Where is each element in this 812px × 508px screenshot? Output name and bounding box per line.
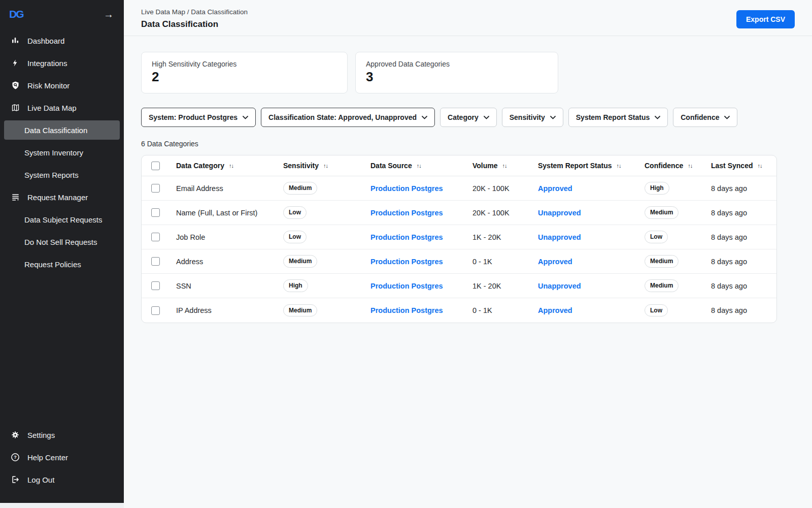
row-checkbox[interactable] xyxy=(151,257,160,266)
sort-icon[interactable]: ↑↓ xyxy=(417,163,421,169)
sort-icon[interactable]: ↑↓ xyxy=(502,163,507,169)
sidebar-item-settings[interactable]: Settings xyxy=(0,424,124,446)
sidebar-item-data-classification[interactable]: Data Classification xyxy=(4,120,120,140)
confidence-badge: Medium xyxy=(645,206,679,218)
report-status-link[interactable]: Approved xyxy=(538,258,572,266)
content-area: High Sensitivity Categories 2 Approved D… xyxy=(124,36,812,323)
cell-volume: 20K - 100K xyxy=(472,184,538,193)
column-header-last-synced: Last Synced ↑↓ xyxy=(711,162,776,170)
sidebar-item-system-reports[interactable]: System Reports xyxy=(0,164,124,186)
data-source-link[interactable]: Production Postgres xyxy=(370,233,443,241)
sidebar-item-label: Live Data Map xyxy=(27,104,77,112)
report-status-link[interactable]: Approved xyxy=(538,306,572,314)
request-list-icon xyxy=(10,193,20,202)
column-header-data-source: Data Source ↑↓ xyxy=(370,162,472,170)
main-content: Live Data Map / Data Classification Data… xyxy=(124,0,812,508)
results-count: 6 Data Categories xyxy=(141,140,795,148)
chevron-down-icon xyxy=(724,116,730,119)
page-title: Data Classification xyxy=(141,19,248,29)
sidebar-item-label: Request Policies xyxy=(24,260,81,269)
table-row: Name (Full, Last or First) Low Productio… xyxy=(142,201,776,225)
sidebar-item-log-out[interactable]: Log Out xyxy=(0,468,124,491)
data-source-link[interactable]: Production Postgres xyxy=(370,184,443,193)
sensitivity-badge: Medium xyxy=(283,182,317,194)
cell-volume: 20K - 100K xyxy=(472,209,538,217)
data-source-link[interactable]: Production Postgres xyxy=(370,306,443,314)
row-checkbox[interactable] xyxy=(151,281,160,290)
sort-icon[interactable]: ↑↓ xyxy=(616,163,621,169)
sidebar-item-dashboard[interactable]: Dashboard xyxy=(0,29,124,52)
sidebar-collapse-icon[interactable]: → xyxy=(104,9,114,19)
column-header-confidence: Confidence ↑↓ xyxy=(645,162,711,170)
svg-text:?: ? xyxy=(14,455,17,460)
data-source-link[interactable]: Production Postgres xyxy=(370,282,443,290)
filter-confidence[interactable]: Confidence xyxy=(673,108,737,127)
chevron-down-icon xyxy=(550,116,556,119)
log-out-icon xyxy=(10,475,20,484)
sort-icon[interactable]: ↑↓ xyxy=(323,163,328,169)
report-status-link[interactable]: Approved xyxy=(538,184,572,193)
row-checkbox[interactable] xyxy=(151,208,160,217)
column-header-data-category: Data Category ↑↓ xyxy=(176,162,283,170)
select-all-checkbox[interactable] xyxy=(151,162,160,170)
stat-card-approved-categories: Approved Data Categories 3 xyxy=(355,52,558,93)
data-source-link[interactable]: Production Postgres xyxy=(370,209,443,217)
sidebar-item-do-not-sell-requests[interactable]: Do Not Sell Requests xyxy=(0,231,124,253)
report-status-link[interactable]: Unapproved xyxy=(538,282,581,290)
sidebar-item-request-policies[interactable]: Request Policies xyxy=(0,253,124,275)
stat-card-value: 3 xyxy=(366,70,548,84)
sort-icon[interactable]: ↑↓ xyxy=(229,163,233,169)
filter-sensitivity[interactable]: Sensitivity xyxy=(502,108,563,127)
filter-category[interactable]: Category xyxy=(440,108,497,127)
report-status-link[interactable]: Unapproved xyxy=(538,209,581,217)
sidebar-item-label: Risk Monitor xyxy=(27,81,70,90)
sidebar-item-live-data-map[interactable]: Live Data Map xyxy=(0,97,124,119)
row-checkbox[interactable] xyxy=(151,306,160,315)
cell-last-synced: 8 days ago xyxy=(711,258,776,266)
cell-volume: 1K - 20K xyxy=(472,233,538,241)
filter-system[interactable]: System: Product Postgres xyxy=(141,108,256,127)
sort-icon[interactable]: ↑↓ xyxy=(688,163,692,169)
sidebar-item-data-subject-requests[interactable]: Data Subject Requests xyxy=(0,208,124,231)
row-checkbox[interactable] xyxy=(151,184,160,193)
data-source-link[interactable]: Production Postgres xyxy=(370,258,443,266)
lightning-bolt-icon xyxy=(10,58,20,68)
cell-last-synced: 8 days ago xyxy=(711,184,776,193)
sidebar-item-help-center[interactable]: ? Help Center xyxy=(0,446,124,468)
sensitivity-badge: Low xyxy=(283,231,307,243)
datagrail-logo[interactable]: DG xyxy=(9,8,23,20)
report-status-link[interactable]: Unapproved xyxy=(538,233,581,241)
sidebar-item-system-inventory[interactable]: System Inventory xyxy=(0,141,124,164)
filter-label: Confidence xyxy=(681,113,719,121)
sidebar-item-label: Settings xyxy=(27,431,55,439)
filter-classification-state[interactable]: Classification State: Approved, Unapprov… xyxy=(261,108,435,127)
sidebar-item-label: Help Center xyxy=(27,453,68,462)
confidence-badge: Low xyxy=(645,231,668,243)
cell-data-category: Job Role xyxy=(176,233,283,241)
table-row: Email Address Medium Production Postgres… xyxy=(142,176,776,201)
sidebar: DG → Dashboard Integrations Risk Monitor xyxy=(0,0,124,503)
cell-data-category: SSN xyxy=(176,282,283,290)
stat-card-value: 2 xyxy=(152,70,337,84)
sidebar-item-risk-monitor[interactable]: Risk Monitor xyxy=(0,74,124,97)
sidebar-item-request-manager[interactable]: Request Manager xyxy=(0,186,124,208)
sidebar-item-label: Do Not Sell Requests xyxy=(24,238,97,246)
sort-icon[interactable]: ↑↓ xyxy=(757,163,762,169)
cell-volume: 0 - 1K xyxy=(472,306,538,314)
cell-last-synced: 8 days ago xyxy=(711,233,776,241)
header-checkbox-cell xyxy=(142,162,176,170)
breadcrumb[interactable]: Live Data Map / Data Classification xyxy=(141,8,248,16)
row-checkbox[interactable] xyxy=(151,233,160,241)
page-header: Live Data Map / Data Classification Data… xyxy=(124,0,812,36)
sidebar-item-label: Data Classification xyxy=(24,126,87,135)
sidebar-item-integrations[interactable]: Integrations xyxy=(0,52,124,74)
table-header-row: Data Category ↑↓ Sensitivity ↑↓ Data Sou… xyxy=(142,155,776,176)
cell-last-synced: 8 days ago xyxy=(711,282,776,290)
sidebar-item-label: Integrations xyxy=(27,59,67,68)
cell-volume: 0 - 1K xyxy=(472,258,538,266)
filter-system-report-status[interactable]: System Report Status xyxy=(568,108,668,127)
bar-chart-icon xyxy=(10,36,20,45)
sensitivity-badge: Low xyxy=(283,206,307,218)
cell-last-synced: 8 days ago xyxy=(711,209,776,217)
export-csv-button[interactable]: Export CSV xyxy=(736,10,795,28)
